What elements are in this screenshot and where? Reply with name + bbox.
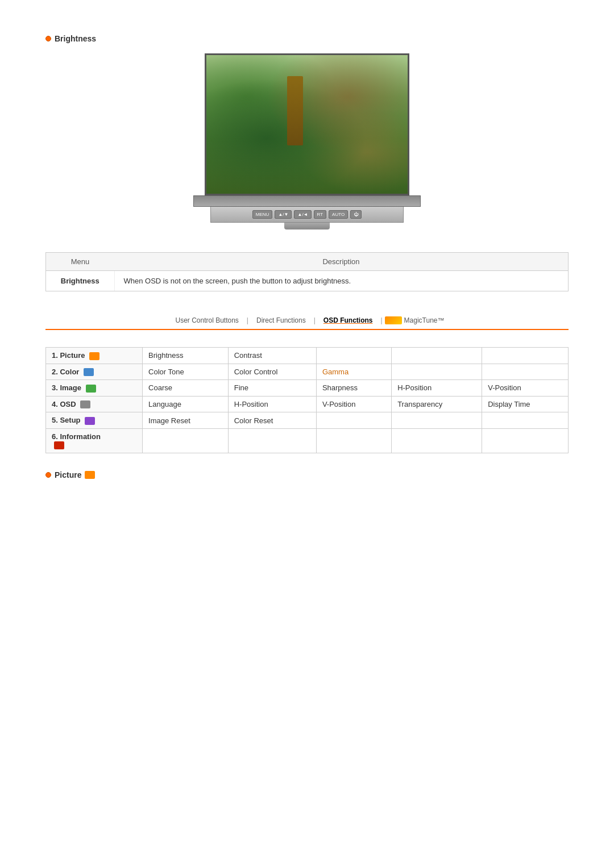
cell-v-position-image: V-Position xyxy=(482,380,569,397)
monitor-bezel xyxy=(193,195,421,207)
menu-cell-information: 6. Information xyxy=(46,428,143,453)
table-row: 3. Image Coarse Fine Sharpness H-Positio… xyxy=(46,380,569,397)
osd-icon xyxy=(80,400,90,408)
menu-cell-setup: 5. Setup xyxy=(46,412,143,429)
monitor-screen xyxy=(205,53,409,195)
cell-empty-6 xyxy=(316,412,391,429)
image-icon xyxy=(86,385,96,393)
setup-icon xyxy=(85,417,95,425)
nav-sep-1: | xyxy=(247,316,248,324)
monitor-image-container: MENU ▲/▼ ▲/◄ RT AUTO ⏻ xyxy=(45,53,569,229)
menu-cell-color: 2. Color xyxy=(46,364,143,380)
cell-language: Language xyxy=(143,396,229,412)
cell-gamma: Gamma xyxy=(316,364,391,380)
rt-button[interactable]: RT xyxy=(314,210,327,219)
menu-column-header: Menu xyxy=(46,253,114,271)
cell-contrast: Contrast xyxy=(228,348,316,364)
auto-button[interactable]: AUTO xyxy=(329,210,348,219)
cell-color-tone: Color Tone xyxy=(143,364,229,380)
brightness-circle-icon xyxy=(45,36,51,41)
cell-color-reset: Color Reset xyxy=(228,412,316,429)
cell-coarse: Coarse xyxy=(143,380,229,397)
nav-sep-3: | xyxy=(380,316,382,324)
picture-section-heading: Picture xyxy=(45,470,569,479)
cell-empty-3 xyxy=(482,348,569,364)
tab-user-control-buttons[interactable]: User Control Buttons xyxy=(169,314,244,327)
description-table-wrapper: Menu Description Brightness When OSD is … xyxy=(45,252,569,291)
picture-circle-icon xyxy=(45,472,51,478)
cell-empty-10 xyxy=(228,428,316,453)
cell-empty-5 xyxy=(482,364,569,380)
monitor-controls: MENU ▲/▼ ▲/◄ RT AUTO ⏻ xyxy=(210,207,404,223)
table-row: 1. Picture Brightness Contrast xyxy=(46,348,569,364)
magictune-logo-icon xyxy=(385,316,402,324)
brightness-desc-cell: When OSD is not on the screen, push the … xyxy=(114,271,568,291)
cell-empty-2 xyxy=(392,348,482,364)
menu-cell-osd: 4. OSD xyxy=(46,396,143,412)
brightness-button[interactable]: ▲/▼ xyxy=(275,210,292,219)
cell-v-position-osd: V-Position xyxy=(316,396,391,412)
brightness-menu-cell: Brightness xyxy=(46,271,114,291)
cell-empty-1 xyxy=(316,348,391,364)
cell-brightness: Brightness xyxy=(143,348,229,364)
brightness-section-heading: Brightness xyxy=(45,34,569,43)
picture-badge-icon xyxy=(85,471,95,479)
tab-magictune[interactable]: MagicTune™ xyxy=(385,316,445,324)
information-icon xyxy=(54,441,64,449)
cell-empty-4 xyxy=(392,364,482,380)
plus-minus-button[interactable]: ▲/◄ xyxy=(294,210,311,219)
color-icon xyxy=(84,368,94,376)
cell-empty-7 xyxy=(392,412,482,429)
tab-direct-functions[interactable]: Direct Functions xyxy=(251,314,312,327)
table-row: 5. Setup Image Reset Color Reset xyxy=(46,412,569,429)
table-row: 4. OSD Language H-Position V-Position Tr… xyxy=(46,396,569,412)
cell-empty-13 xyxy=(482,428,569,453)
cell-image-reset: Image Reset xyxy=(143,412,229,429)
picture-icon xyxy=(89,352,99,360)
tab-osd-functions[interactable]: OSD Functions xyxy=(318,314,379,327)
cell-sharpness: Sharpness xyxy=(316,380,391,397)
menu-button[interactable]: MENU xyxy=(252,210,273,219)
cell-empty-9 xyxy=(143,428,229,453)
cell-fine: Fine xyxy=(228,380,316,397)
menu-cell-image: 3. Image xyxy=(46,380,143,397)
brightness-title: Brightness xyxy=(55,34,96,43)
cell-empty-8 xyxy=(482,412,569,429)
cell-color-control: Color Control xyxy=(228,364,316,380)
menu-cell-picture: 1. Picture xyxy=(46,348,143,364)
cell-h-position-image: H-Position xyxy=(392,380,482,397)
power-button[interactable]: ⏻ xyxy=(350,210,362,219)
nav-tabs: User Control Buttons | Direct Functions … xyxy=(45,314,569,330)
osd-functions-table: 1. Picture Brightness Contrast 2. Color … xyxy=(45,347,569,453)
description-column-header: Description xyxy=(114,253,568,271)
cell-transparency: Transparency xyxy=(392,396,482,412)
cell-display-time: Display Time xyxy=(482,396,569,412)
cell-empty-11 xyxy=(316,428,391,453)
table-row: 6. Information xyxy=(46,428,569,453)
description-table: Menu Description Brightness When OSD is … xyxy=(46,253,568,291)
brightness-row: Brightness When OSD is not on the screen… xyxy=(46,271,568,291)
nav-sep-2: | xyxy=(314,316,316,324)
cell-empty-12 xyxy=(392,428,482,453)
cell-h-position-osd: H-Position xyxy=(228,396,316,412)
table-row: 2. Color Color Tone Color Control Gamma xyxy=(46,364,569,380)
picture-title: Picture xyxy=(55,470,81,479)
magictune-label: MagicTune™ xyxy=(404,316,445,324)
monitor-stand xyxy=(284,223,330,229)
